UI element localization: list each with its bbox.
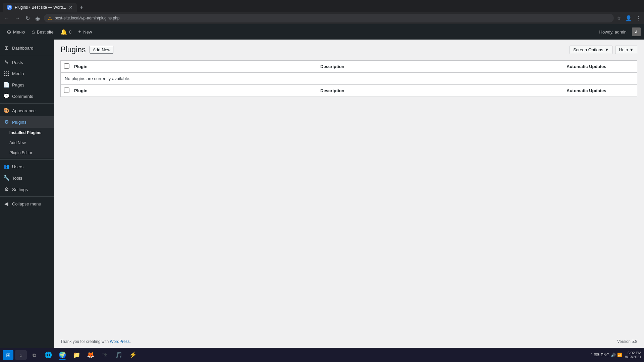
sidebar-item-dashboard[interactable]: ⊞ Dashboard bbox=[0, 42, 54, 54]
admin-bar-wp-logo[interactable]: ⊕ Меню bbox=[3, 24, 28, 40]
admin-avatar[interactable]: A bbox=[632, 27, 641, 36]
start-button[interactable]: ⊞ bbox=[3, 350, 13, 360]
taskbar-app-store[interactable]: 🛍 bbox=[98, 349, 111, 361]
sidebar-item-pages[interactable]: 📄 Pages bbox=[0, 79, 54, 90]
select-all-checkbox[interactable] bbox=[64, 63, 69, 69]
wp-logo-icon: ⊕ bbox=[7, 29, 11, 35]
users-icon: 👥 bbox=[3, 164, 9, 170]
sidebar-item-tools[interactable]: 🔧 Tools bbox=[0, 172, 54, 184]
col-header-plugin: Plugin bbox=[74, 64, 320, 69]
bookmark-icon[interactable]: ☆ bbox=[616, 15, 621, 21]
select-all-footer-checkbox[interactable] bbox=[64, 87, 69, 93]
sidebar-item-plugins[interactable]: ⚙ Plugins bbox=[0, 116, 54, 128]
help-button[interactable]: Help ▼ bbox=[615, 46, 637, 54]
content-area: Plugins Add New Screen Options ▼ Help ▼ bbox=[54, 40, 644, 362]
table-empty-message: No plugins are currently available. bbox=[61, 73, 637, 85]
plugins-section: Plugin Description Automatic Updates No … bbox=[54, 55, 644, 102]
col-header-auto-updates: Automatic Updates bbox=[567, 64, 634, 69]
footer-wordpress-link[interactable]: WordPress bbox=[110, 339, 129, 344]
tab-title: Plugins • Best site — Word... bbox=[15, 5, 66, 10]
sidebar-submenu-plugins: Installed Plugins Add New Plugin Editor bbox=[0, 128, 54, 158]
add-new-plugin-label: Add New bbox=[9, 140, 26, 145]
appearance-icon: 🎨 bbox=[3, 108, 9, 114]
browser-toolbar: ← → ↻ ◉ ⚠ best-site.local/wp-admin/plugi… bbox=[0, 12, 644, 24]
new-icon: + bbox=[78, 29, 81, 35]
collapse-icon: ◀ bbox=[3, 201, 9, 207]
browser-tabs: W Plugins • Best site — Word... ✕ + bbox=[0, 0, 644, 12]
extensions-button[interactable]: ◉ bbox=[34, 14, 41, 23]
taskbar-app-explorer[interactable]: 📁 bbox=[70, 349, 83, 361]
sidebar-item-plugin-editor[interactable]: Plugin Editor bbox=[0, 148, 54, 158]
chevron-up-icon[interactable]: ^ bbox=[590, 353, 592, 357]
tab-favicon: W bbox=[7, 5, 12, 10]
footer-checkbox-cell bbox=[64, 87, 74, 94]
sidebar-item-comments[interactable]: 💬 Comments bbox=[0, 90, 54, 102]
taskbar-app-terminal[interactable]: ⚡ bbox=[126, 349, 140, 361]
howdy-text: Howdy, admin bbox=[596, 29, 630, 35]
toolbar-icons: ☆ 👤 ⋮ bbox=[616, 15, 641, 21]
sidebar-label-dashboard: Dashboard bbox=[12, 46, 34, 51]
sidebar-label-settings: Settings bbox=[12, 187, 28, 192]
browser-frame: W Plugins • Best site — Word... ✕ + ← → … bbox=[0, 0, 644, 24]
dashboard-icon: ⊞ bbox=[3, 45, 9, 51]
help-label: Help bbox=[619, 47, 628, 52]
address-bar[interactable]: ⚠ best-site.local/wp-admin/plugins.php bbox=[44, 14, 614, 22]
admin-bar-updates[interactable]: 🔔 0 bbox=[57, 24, 75, 40]
forward-button[interactable]: → bbox=[13, 14, 21, 22]
network-icon[interactable]: 📶 bbox=[617, 353, 622, 357]
admin-bar-new[interactable]: + New bbox=[75, 24, 95, 40]
language-label: ENG bbox=[601, 353, 609, 357]
new-tab-button[interactable]: + bbox=[79, 4, 83, 11]
taskbar-app-music[interactable]: 🎵 bbox=[112, 349, 125, 361]
screen-options-label: Screen Options bbox=[573, 47, 603, 52]
add-new-button[interactable]: Add New bbox=[90, 46, 113, 54]
sidebar-item-posts[interactable]: ✎ Posts bbox=[0, 57, 54, 68]
site-icon: ⌂ bbox=[32, 29, 35, 35]
profile-icon[interactable]: 👤 bbox=[625, 15, 632, 21]
task-view-button[interactable]: ⧉ bbox=[28, 350, 40, 360]
plugin-editor-label: Plugin Editor bbox=[9, 150, 32, 155]
footer-col-auto-updates: Automatic Updates bbox=[567, 88, 634, 93]
address-text: best-site.local/wp-admin/plugins.php bbox=[55, 16, 610, 20]
search-button[interactable]: ⌕ bbox=[15, 350, 27, 360]
reload-button[interactable]: ↻ bbox=[24, 14, 31, 23]
volume-icon[interactable]: 🔊 bbox=[611, 353, 616, 357]
systray: ^ ⌨ ENG 🔊 📶 bbox=[590, 353, 622, 357]
admin-bar-site[interactable]: ⌂ Best site bbox=[28, 24, 57, 40]
sidebar-label-users: Users bbox=[12, 164, 23, 169]
sidebar: ⊞ Dashboard ✎ Posts 🖼 Media 📄 Pages 💬 Co… bbox=[0, 40, 54, 362]
taskbar-app-firefox[interactable]: 🦊 bbox=[84, 349, 97, 361]
footer-version: Version 5.8 bbox=[617, 339, 637, 344]
sidebar-divider-3 bbox=[0, 159, 54, 160]
sidebar-item-collapse[interactable]: ◀ Collapse menu bbox=[0, 198, 54, 209]
sidebar-label-pages: Pages bbox=[12, 82, 24, 87]
taskbar-app-edge[interactable]: 🌐 bbox=[42, 349, 55, 361]
active-tab[interactable]: W Plugins • Best site — Word... ✕ bbox=[3, 3, 77, 12]
wp-footer: Thank you for creating with WordPress. V… bbox=[54, 335, 644, 348]
admin-bar-right: Howdy, admin A bbox=[596, 27, 641, 36]
plugins-table: Plugin Description Automatic Updates No … bbox=[60, 60, 637, 97]
sidebar-item-media[interactable]: 🖼 Media bbox=[0, 68, 54, 79]
media-icon: 🖼 bbox=[3, 71, 9, 76]
header-checkbox-cell bbox=[64, 63, 74, 70]
security-warning-icon: ⚠ bbox=[48, 16, 52, 21]
back-button[interactable]: ← bbox=[3, 14, 11, 22]
screen-options-button[interactable]: Screen Options ▼ bbox=[570, 46, 612, 54]
sidebar-item-add-new-plugin[interactable]: Add New bbox=[0, 138, 54, 148]
footer-left: Thank you for creating with WordPress. bbox=[60, 339, 131, 344]
sidebar-divider-1 bbox=[0, 55, 54, 55]
footer-thank-you: Thank you for creating with bbox=[60, 339, 109, 344]
tab-close-icon[interactable]: ✕ bbox=[69, 5, 73, 10]
updates-icon: 🔔 bbox=[60, 29, 67, 35]
sidebar-item-installed-plugins[interactable]: Installed Plugins bbox=[0, 128, 54, 138]
sidebar-divider-2 bbox=[0, 103, 54, 104]
sidebar-item-users[interactable]: 👥 Users bbox=[0, 161, 54, 172]
sidebar-item-appearance[interactable]: 🎨 Appearance bbox=[0, 105, 54, 116]
main-layout: ⊞ Dashboard ✎ Posts 🖼 Media 📄 Pages 💬 Co… bbox=[0, 40, 644, 362]
sidebar-label-posts: Posts bbox=[12, 60, 23, 65]
table-footer-row: Plugin Description Automatic Updates bbox=[61, 85, 637, 97]
more-icon[interactable]: ⋮ bbox=[636, 15, 641, 21]
sidebar-label-comments: Comments bbox=[12, 94, 33, 99]
sidebar-item-settings[interactable]: ⚙ Settings bbox=[0, 184, 54, 195]
taskbar-app-chrome[interactable]: 🌍 bbox=[56, 349, 69, 361]
